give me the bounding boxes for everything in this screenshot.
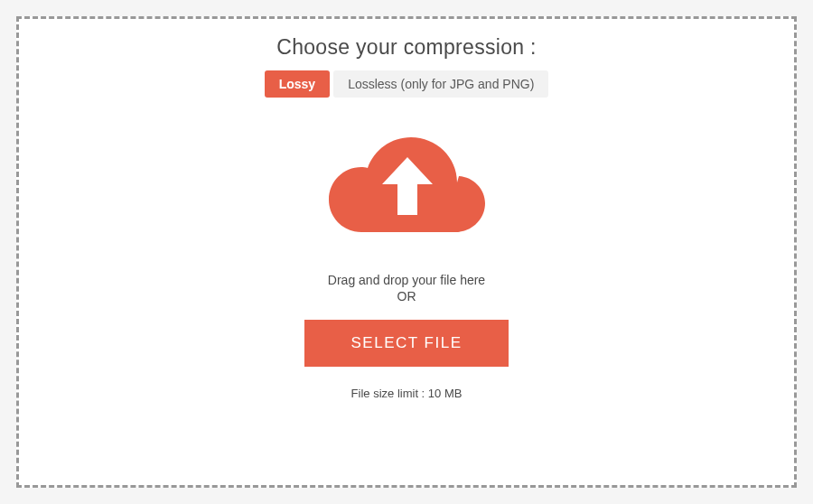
drag-drop-text: Drag and drop your file here <box>328 273 485 287</box>
upload-dropzone[interactable]: Choose your compression : Lossy Lossless… <box>16 16 797 488</box>
compression-option-lossy[interactable]: Lossy <box>265 70 330 98</box>
file-size-limit-text: File size limit : 10 MB <box>351 387 463 400</box>
compression-toggle: Lossy Lossless (only for JPG and PNG) <box>265 70 549 98</box>
cloud-upload-icon <box>323 130 491 247</box>
select-file-button[interactable]: SELECT FILE <box>304 320 509 367</box>
compression-option-lossless[interactable]: Lossless (only for JPG and PNG) <box>333 70 548 98</box>
or-text: OR <box>397 289 416 303</box>
compression-title: Choose your compression : <box>276 35 536 60</box>
